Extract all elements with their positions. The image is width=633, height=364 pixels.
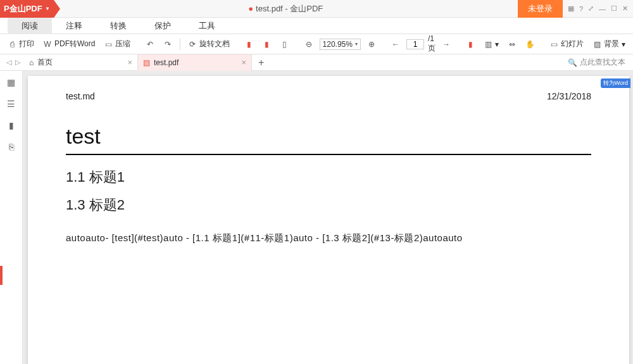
view-continuous-button[interactable]: ▯: [278, 39, 292, 50]
pan-button[interactable]: ✋: [523, 39, 537, 50]
bookmarks-icon[interactable]: ▮: [9, 120, 14, 130]
columns-icon: ▥: [484, 40, 492, 49]
compress-button[interactable]: ▭压缩: [101, 37, 133, 51]
body-paragraph: autoauto- [test](#test)auto - [1.1 标题1](…: [66, 232, 591, 244]
toolbar: ⎙打印 WPDF转Word ▭压缩 ↶ ↷ ⟳旋转文档 ▮ ▮ ▯ ⊖ 120.…: [0, 34, 633, 54]
tab-history: ◁ ▷: [3, 58, 24, 66]
tab-fwd-icon[interactable]: ▷: [15, 58, 20, 66]
app-badge[interactable]: P 金山PDF ▾: [0, 0, 54, 18]
compress-icon: ▭: [104, 40, 113, 49]
layout-button[interactable]: ▥▾: [481, 39, 501, 50]
side-indicator: [0, 266, 3, 285]
menu-read[interactable]: 阅读: [8, 18, 52, 34]
outline-icon[interactable]: ☰: [7, 99, 15, 109]
new-tab-button[interactable]: +: [252, 57, 270, 68]
chevron-down-icon: ▾: [355, 41, 358, 47]
page-single-icon: ▮: [245, 40, 254, 49]
doc-title: test: [66, 124, 591, 149]
tab-home[interactable]: ⌂ 首页 ×: [24, 54, 138, 71]
settings-icon[interactable]: ▦: [568, 4, 574, 13]
pdf-icon: P: [4, 4, 9, 13]
pdf-page: 转为Word test.md 12/31/2018 test 1.1 标题1 1…: [28, 76, 629, 364]
close-tab-icon[interactable]: ×: [127, 58, 132, 67]
expand-icon[interactable]: ⤢: [588, 4, 594, 13]
hand-icon: ✋: [525, 40, 534, 49]
print-button[interactable]: ⎙打印: [5, 37, 37, 51]
convert-badge[interactable]: 转为Word: [601, 78, 630, 88]
tab-back-icon[interactable]: ◁: [6, 58, 11, 66]
fit-button[interactable]: ⇔: [505, 39, 519, 50]
bookmark-icon: ▮: [466, 40, 475, 49]
arrow-right-icon: →: [442, 40, 451, 49]
prev-page-button[interactable]: ←: [389, 39, 403, 50]
background-icon: ▨: [592, 40, 601, 49]
pdf-file-icon: ▤: [143, 58, 150, 67]
doc-icon: ●: [248, 4, 253, 13]
workspace: ▦ ☰ ▮ ⎘ 转为Word test.md 12/31/2018 test 1…: [0, 71, 633, 364]
maximize-icon[interactable]: ☐: [611, 4, 617, 13]
home-icon: ⌂: [29, 58, 34, 67]
sidepanel: ▦ ☰ ▮ ⎘: [0, 71, 23, 364]
page-cont-icon: ▯: [280, 40, 289, 49]
rotate-button[interactable]: ⟳旋转文档: [185, 37, 232, 51]
fit-icon: ⇔: [508, 40, 517, 49]
word-icon: W: [43, 40, 52, 49]
search-hint[interactable]: 🔍 点此查找文本: [568, 57, 633, 68]
menu-convert[interactable]: 转换: [96, 18, 141, 34]
zoom-select[interactable]: 120.95%▾: [320, 39, 361, 50]
login-button[interactable]: 未登录: [518, 0, 563, 18]
page-input[interactable]: [406, 39, 424, 49]
zoom-in-icon: ⊕: [367, 40, 376, 49]
redo-button[interactable]: ↷: [161, 39, 175, 50]
view-double-button[interactable]: ▮: [260, 39, 274, 50]
page-double-icon: ▮: [263, 40, 272, 49]
dropdown-icon: ▾: [46, 6, 49, 11]
window-title: ●test.pdf - 金山PDF: [54, 3, 518, 15]
help-icon[interactable]: ?: [579, 5, 583, 13]
redo-icon: ↷: [163, 40, 172, 49]
print-icon: ⎙: [8, 40, 16, 49]
thumbnails-icon[interactable]: ▦: [7, 77, 15, 87]
titlebar: P 金山PDF ▾ ●test.pdf - 金山PDF 未登录 ▦ ? ⤢ — …: [0, 0, 633, 18]
background-button[interactable]: ▨背景▾: [590, 37, 628, 51]
doc-date: 12/31/2018: [547, 91, 591, 101]
view-single-button[interactable]: ▮: [242, 39, 256, 50]
close-tab-icon[interactable]: ×: [241, 58, 246, 67]
attachments-icon[interactable]: ⎘: [9, 142, 14, 152]
zoom-out-button[interactable]: ⊖: [302, 39, 316, 50]
slideshow-icon: ▭: [549, 40, 558, 49]
search-icon: 🔍: [568, 58, 577, 67]
next-page-button[interactable]: →: [439, 39, 453, 50]
minimize-icon[interactable]: —: [599, 5, 606, 13]
horizontal-rule: [66, 154, 591, 155]
pdf-to-word-button[interactable]: WPDF转Word: [41, 37, 97, 51]
bookmark-button[interactable]: ▮: [463, 39, 477, 50]
page-viewport[interactable]: 转为Word test.md 12/31/2018 test 1.1 标题1 1…: [23, 71, 633, 364]
close-icon[interactable]: ✕: [622, 4, 628, 13]
doc-filename: test.md: [66, 91, 95, 101]
window-controls: ▦ ? ⤢ — ☐ ✕: [563, 4, 633, 13]
tab-document[interactable]: ▤ test.pdf ×: [138, 54, 252, 71]
menu-annotate[interactable]: 注释: [52, 18, 96, 34]
section-2: 1.3 标题2: [66, 196, 591, 215]
menu-tools[interactable]: 工具: [185, 18, 229, 34]
slideshow-button[interactable]: ▭幻灯片: [547, 37, 586, 51]
undo-icon: ↶: [146, 40, 154, 49]
menu-protect[interactable]: 保护: [141, 18, 185, 34]
app-name: 金山PDF: [9, 3, 42, 15]
rotate-icon: ⟳: [188, 40, 197, 49]
page-total: /1页: [428, 34, 436, 54]
undo-button[interactable]: ↶: [143, 39, 157, 50]
document-tabbar: ◁ ▷ ⌂ 首页 × ▤ test.pdf × + 🔍 点此查找文本: [0, 54, 633, 71]
section-1: 1.1 标题1: [66, 168, 591, 187]
menubar: 阅读 注释 转换 保护 工具: [0, 18, 633, 34]
zoom-in-button[interactable]: ⊕: [365, 39, 379, 50]
zoom-out-icon: ⊖: [304, 40, 313, 49]
arrow-left-icon: ←: [391, 40, 400, 49]
